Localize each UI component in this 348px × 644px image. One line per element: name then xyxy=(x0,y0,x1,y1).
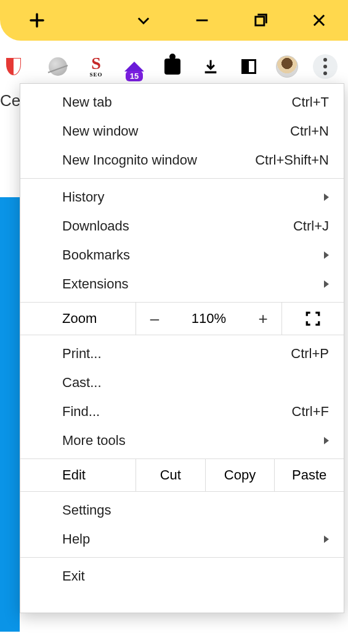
menu-shortcut: Ctrl+F xyxy=(292,404,330,420)
menu-new-incognito[interactable]: New Incognito window Ctrl+Shift+N xyxy=(20,145,344,174)
profile-avatar[interactable] xyxy=(275,54,299,79)
chevron-right-icon xyxy=(324,251,329,259)
menu-label: Find... xyxy=(62,404,100,420)
menu-settings[interactable]: Settings xyxy=(20,495,344,524)
home-extension-icon[interactable]: 15 xyxy=(122,54,147,79)
svg-rect-0 xyxy=(255,17,264,25)
edit-cut-button[interactable]: Cut xyxy=(136,459,206,491)
menu-shortcut: Ctrl+N xyxy=(290,123,329,139)
extension-toolbar: SSEO 15 xyxy=(0,49,348,83)
menu-more-tools[interactable]: More tools xyxy=(20,426,344,455)
close-button[interactable] xyxy=(289,0,348,41)
menu-history[interactable]: History xyxy=(20,182,344,211)
menu-label: Print... xyxy=(62,346,102,362)
menu-label: Help xyxy=(62,531,90,547)
menu-extensions[interactable]: Extensions xyxy=(20,269,344,298)
menu-label: Cast... xyxy=(62,375,102,391)
edit-label: Edit xyxy=(20,459,136,491)
menu-label: More tools xyxy=(62,433,126,449)
menu-label: Bookmarks xyxy=(62,247,130,263)
similarweb-extension-icon[interactable] xyxy=(46,54,70,79)
chevron-right-icon xyxy=(324,437,329,444)
menu-help[interactable]: Help xyxy=(20,524,344,553)
chevron-right-icon xyxy=(324,280,329,288)
menu-new-tab[interactable]: New tab Ctrl+T xyxy=(20,88,344,116)
menu-label: Settings xyxy=(62,502,111,518)
menu-label: Downloads xyxy=(62,218,129,234)
zoom-out-button[interactable]: – xyxy=(136,309,173,328)
titlebar xyxy=(0,0,348,41)
extensions-puzzle-icon[interactable] xyxy=(160,54,185,79)
menu-shortcut: Ctrl+P xyxy=(291,346,329,362)
side-panel-icon[interactable] xyxy=(237,54,261,79)
menu-zoom-row: Zoom – 110% + xyxy=(20,302,344,335)
edit-paste-button[interactable]: Paste xyxy=(275,459,344,491)
chrome-main-menu: New tab Ctrl+T New window Ctrl+N New Inc… xyxy=(20,83,344,613)
downloads-icon[interactable] xyxy=(198,54,223,79)
badge-count: 15 xyxy=(126,71,143,81)
maximize-button[interactable] xyxy=(231,0,289,41)
seo-extension-icon[interactable]: SSEO xyxy=(84,54,108,79)
menu-exit[interactable]: Exit xyxy=(20,561,344,590)
menu-shortcut: Ctrl+T xyxy=(292,94,330,110)
menu-label: History xyxy=(62,189,104,205)
menu-print[interactable]: Print... Ctrl+P xyxy=(20,339,344,368)
menu-label: New tab xyxy=(62,94,112,110)
menu-shortcut: Ctrl+Shift+N xyxy=(255,152,329,168)
menu-label: Exit xyxy=(62,568,85,584)
menu-label: Extensions xyxy=(62,276,129,292)
minimize-button[interactable] xyxy=(172,0,231,41)
menu-cast[interactable]: Cast... xyxy=(20,368,344,397)
edit-copy-button[interactable]: Copy xyxy=(206,459,275,491)
shield-extension-icon[interactable] xyxy=(7,54,32,79)
page-background-strip xyxy=(0,197,20,632)
zoom-label: Zoom xyxy=(20,303,136,335)
menu-label: New window xyxy=(62,123,139,139)
menu-find[interactable]: Find... Ctrl+F xyxy=(20,397,344,426)
page-text-fragment: Ce xyxy=(0,91,20,110)
zoom-in-button[interactable]: + xyxy=(245,309,281,328)
menu-downloads[interactable]: Downloads Ctrl+J xyxy=(20,211,344,240)
menu-edit-row: Edit Cut Copy Paste xyxy=(20,459,344,492)
chrome-menu-button[interactable] xyxy=(313,54,338,79)
zoom-value: 110% xyxy=(173,311,245,327)
fullscreen-button[interactable] xyxy=(282,303,344,335)
browser-window: SSEO 15 Ce New tab Ctrl+T New window Ctr… xyxy=(0,0,348,644)
tab-search-button[interactable] xyxy=(114,0,172,41)
menu-new-window[interactable]: New window Ctrl+N xyxy=(20,116,344,145)
chevron-right-icon xyxy=(324,536,329,543)
menu-shortcut: Ctrl+J xyxy=(293,218,329,234)
menu-bookmarks[interactable]: Bookmarks xyxy=(20,240,344,269)
chevron-right-icon xyxy=(324,194,329,201)
menu-label: New Incognito window xyxy=(62,152,197,168)
new-tab-button[interactable] xyxy=(8,0,67,41)
